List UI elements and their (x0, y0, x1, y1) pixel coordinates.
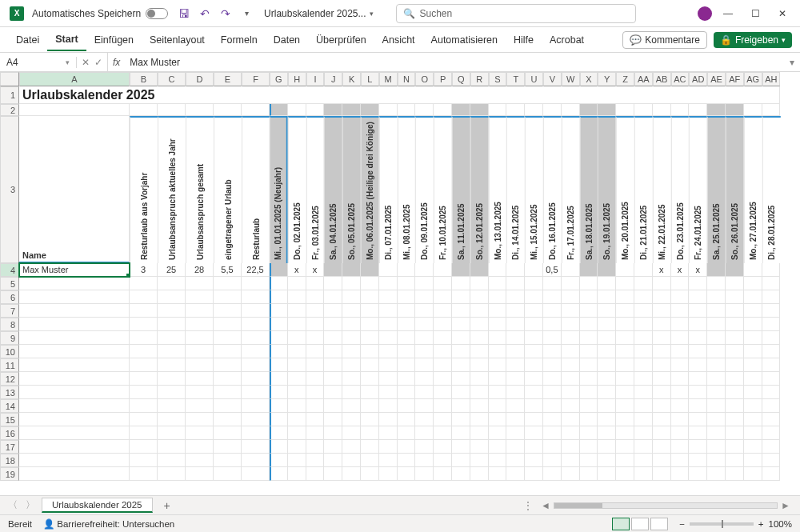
day-header[interactable]: So., 12.01.2025 (470, 116, 489, 263)
redo-icon[interactable]: ↷ (219, 7, 232, 20)
cell[interactable] (506, 331, 525, 345)
day-cell[interactable] (324, 263, 342, 277)
row-header[interactable]: 5 (0, 277, 19, 290)
cell[interactable] (19, 372, 130, 386)
cell[interactable] (653, 277, 671, 290)
cell[interactable] (158, 413, 186, 426)
accessibility-status[interactable]: 👤 Barrierefreiheit: Untersuchen (43, 518, 174, 530)
cell[interactable] (214, 454, 242, 467)
cell[interactable] (19, 440, 130, 454)
share-button[interactable]: 🔒 Freigeben ▾ (714, 32, 792, 48)
cell[interactable] (470, 440, 489, 454)
cell[interactable] (489, 318, 507, 331)
cell[interactable] (324, 386, 342, 399)
cell[interactable] (288, 358, 306, 372)
cell[interactable] (214, 277, 242, 290)
cell[interactable] (415, 426, 434, 440)
cell[interactable] (288, 454, 306, 467)
cell[interactable] (270, 440, 288, 454)
summary-header[interactable]: Urlaubsanspruch gesamt (186, 116, 214, 263)
cell[interactable] (434, 467, 452, 481)
cell[interactable] (19, 345, 130, 358)
cell[interactable] (762, 304, 781, 318)
cell[interactable] (130, 318, 158, 331)
cell[interactable] (616, 440, 634, 454)
cell[interactable] (762, 426, 781, 440)
cell[interactable] (398, 454, 416, 467)
cell[interactable] (398, 358, 416, 372)
cell[interactable] (543, 440, 562, 454)
column-header[interactable]: A (19, 72, 130, 86)
day-cell[interactable] (470, 263, 489, 277)
column-header[interactable]: AC (671, 72, 690, 86)
cell[interactable] (653, 454, 671, 467)
cell[interactable] (726, 318, 744, 331)
cell[interactable] (525, 358, 543, 372)
cell[interactable] (726, 277, 744, 290)
cell[interactable] (130, 386, 158, 399)
cell[interactable] (543, 345, 562, 358)
cell[interactable] (616, 331, 634, 345)
day-cell[interactable] (342, 263, 361, 277)
cell[interactable] (543, 386, 562, 399)
row-header[interactable]: 3 (0, 116, 19, 263)
cell[interactable] (616, 372, 634, 386)
cell[interactable] (543, 372, 562, 386)
cell[interactable] (525, 426, 543, 440)
cell[interactable] (452, 290, 470, 304)
horizontal-scrollbar[interactable]: ◄ ► (538, 501, 794, 510)
cell[interactable] (543, 454, 562, 467)
cell[interactable] (361, 304, 379, 318)
cell[interactable] (452, 318, 470, 331)
cell[interactable] (726, 386, 744, 399)
cell[interactable] (186, 467, 214, 481)
cell[interactable] (379, 290, 398, 304)
cell[interactable] (653, 440, 671, 454)
page-break-view-button[interactable] (650, 518, 668, 530)
row-header[interactable]: 7 (0, 304, 19, 318)
summary-cell[interactable]: 22,5 (242, 263, 270, 277)
cell[interactable] (470, 358, 489, 372)
cell[interactable] (744, 290, 762, 304)
select-all-corner[interactable] (0, 72, 19, 86)
cell[interactable] (288, 345, 306, 358)
cell[interactable] (379, 386, 398, 399)
column-header[interactable]: S (489, 72, 507, 86)
cell[interactable] (707, 399, 726, 413)
cell[interactable] (361, 290, 379, 304)
cell[interactable] (270, 372, 288, 386)
cell[interactable] (707, 104, 726, 116)
cell[interactable] (489, 386, 507, 399)
cell[interactable] (130, 454, 158, 467)
cell[interactable] (342, 331, 361, 345)
cell[interactable] (707, 304, 726, 318)
cell[interactable] (361, 413, 379, 426)
cell[interactable] (306, 290, 325, 304)
cell[interactable] (342, 277, 361, 290)
cell[interactable] (242, 454, 270, 467)
cell[interactable] (214, 386, 242, 399)
cell[interactable] (342, 104, 361, 116)
cell[interactable] (434, 358, 452, 372)
user-avatar[interactable] (698, 6, 712, 21)
cell[interactable] (306, 386, 325, 399)
cell[interactable] (214, 318, 242, 331)
cell[interactable] (214, 467, 242, 481)
cell[interactable] (270, 467, 288, 481)
cell[interactable] (726, 104, 744, 116)
cell[interactable] (762, 290, 781, 304)
cell[interactable] (324, 440, 342, 454)
cell[interactable] (398, 331, 416, 345)
cell[interactable] (214, 440, 242, 454)
day-header[interactable]: Fr., 10.01.2025 (434, 116, 452, 263)
column-header[interactable]: AA (634, 72, 653, 86)
cell[interactable] (689, 104, 707, 116)
ribbon-tab-start[interactable]: Start (47, 29, 86, 51)
cell[interactable] (726, 440, 744, 454)
cell[interactable] (398, 290, 416, 304)
cell[interactable] (306, 454, 325, 467)
cell[interactable] (379, 104, 398, 116)
cell[interactable] (288, 304, 306, 318)
cell[interactable] (707, 331, 726, 345)
cell[interactable] (288, 104, 306, 116)
